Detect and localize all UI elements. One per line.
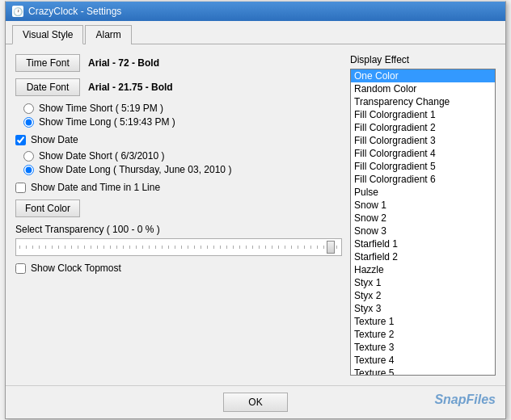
right-panel: Display Effect One ColorRandom ColorTran…: [350, 54, 496, 376]
show-date-long-label: Show Date Long ( Thursday, June 03, 2010…: [39, 164, 231, 175]
date-radio-group: Show Date Short ( 6/3/2010 ) Show Date L…: [23, 150, 342, 175]
title-bar: 🕐 CrazyClock - Settings: [6, 2, 505, 21]
date-font-row: Date Font Arial - 21.75 - Bold: [15, 78, 342, 96]
time-font-button[interactable]: Time Font: [15, 54, 80, 72]
effect-item[interactable]: Texture 4: [351, 354, 495, 367]
tab-alarm[interactable]: Alarm: [85, 25, 131, 44]
window-title: CrazyClock - Settings: [28, 6, 121, 17]
settings-window: 🕐 CrazyClock - Settings Visual Style Ala…: [5, 1, 506, 419]
ok-button[interactable]: OK: [223, 393, 287, 412]
date-font-value: Arial - 21.75 - Bold: [88, 82, 173, 93]
show-time-long-label: Show Time Long ( 5:19:43 PM ): [39, 116, 175, 128]
effect-item[interactable]: Transparency Change: [351, 95, 495, 108]
date-font-button[interactable]: Date Font: [15, 78, 80, 96]
tabs-row: Visual Style Alarm: [6, 21, 505, 44]
effect-item[interactable]: Random Color: [351, 82, 495, 95]
effect-item[interactable]: Fill Colorgradient 4: [351, 147, 495, 160]
slider-container: [15, 238, 342, 256]
show-topmost-checkbox[interactable]: Show Clock Topmost: [15, 262, 342, 274]
window-icon: 🕐: [12, 6, 23, 17]
effect-item[interactable]: Texture 2: [351, 328, 495, 341]
show-date-checkbox[interactable]: Show Date: [15, 134, 342, 145]
effect-item[interactable]: Texture 3: [351, 341, 495, 354]
time-font-value: Arial - 72 - Bold: [88, 57, 159, 69]
effect-item[interactable]: Texture 5: [351, 367, 495, 376]
effect-item[interactable]: Snow 1: [351, 199, 495, 212]
effect-item[interactable]: Texture 1: [351, 315, 495, 328]
effect-item[interactable]: Fill Colorgradient 3: [351, 134, 495, 147]
time-font-row: Time Font Arial - 72 - Bold: [15, 54, 342, 72]
effect-item[interactable]: Snow 2: [351, 212, 495, 225]
show-inline-checkbox[interactable]: Show Date and Time in 1 Line: [15, 182, 342, 193]
effect-item[interactable]: Hazzle: [351, 263, 495, 276]
show-time-short-label: Show Time Short ( 5:19 PM ): [39, 103, 163, 114]
effect-item[interactable]: Fill Colorgradient 1: [351, 108, 495, 121]
topmost-section: Show Clock Topmost: [15, 262, 342, 274]
display-effect-label: Display Effect: [350, 54, 496, 65]
show-time-long-radio[interactable]: Show Time Long ( 5:19:43 PM ): [23, 116, 342, 128]
transparency-label: Select Transparency ( 100 - 0 % ): [15, 224, 342, 235]
show-inline-label: Show Date and Time in 1 Line: [31, 182, 160, 193]
font-color-row: Font Color: [15, 200, 342, 217]
bottom-row: OK: [6, 385, 505, 418]
effect-item[interactable]: Fill Colorgradient 6: [351, 173, 495, 186]
effect-list[interactable]: One ColorRandom ColorTransparency Change…: [350, 69, 496, 376]
left-panel: Time Font Arial - 72 - Bold Date Font Ar…: [15, 54, 342, 376]
effect-item[interactable]: Snow 3: [351, 225, 495, 237]
show-time-short-radio[interactable]: Show Time Short ( 5:19 PM ): [23, 103, 342, 114]
transparency-section: Select Transparency ( 100 - 0 % ): [15, 224, 342, 256]
show-date-label: Show Date: [31, 134, 78, 145]
tab-visual-style[interactable]: Visual Style: [12, 25, 83, 44]
main-content: Time Font Arial - 72 - Bold Date Font Ar…: [6, 44, 505, 385]
show-date-section: Show Date Show Date Short ( 6/3/2010 ) S…: [15, 134, 342, 175]
show-date-short-radio[interactable]: Show Date Short ( 6/3/2010 ): [23, 150, 342, 162]
effect-item[interactable]: Pulse: [351, 186, 495, 199]
font-color-button[interactable]: Font Color: [15, 200, 80, 217]
show-time-section: Show Time Short ( 5:19 PM ) Show Time Lo…: [15, 103, 342, 128]
inline-section: Show Date and Time in 1 Line: [15, 182, 342, 193]
show-topmost-label: Show Clock Topmost: [31, 262, 121, 274]
effect-item[interactable]: Fill Colorgradient 5: [351, 160, 495, 173]
effect-item[interactable]: Fill Colorgradient 2: [351, 121, 495, 134]
effect-item[interactable]: Starfield 1: [351, 237, 495, 250]
effect-item[interactable]: Starfield 2: [351, 250, 495, 263]
time-radio-group: Show Time Short ( 5:19 PM ) Show Time Lo…: [23, 103, 342, 128]
show-date-short-label: Show Date Short ( 6/3/2010 ): [39, 150, 164, 162]
slider-thumb: [327, 241, 335, 254]
effect-item[interactable]: Styx 3: [351, 302, 495, 315]
slider-track: [19, 246, 338, 249]
effect-item[interactable]: One Color: [351, 69, 495, 82]
effect-item[interactable]: Styx 1: [351, 276, 495, 289]
watermark: SnapFiles: [434, 393, 496, 407]
show-date-long-radio[interactable]: Show Date Long ( Thursday, June 03, 2010…: [23, 164, 342, 175]
window-body: Visual Style Alarm Time Font Arial - 72 …: [6, 21, 505, 418]
effect-item[interactable]: Styx 2: [351, 289, 495, 302]
